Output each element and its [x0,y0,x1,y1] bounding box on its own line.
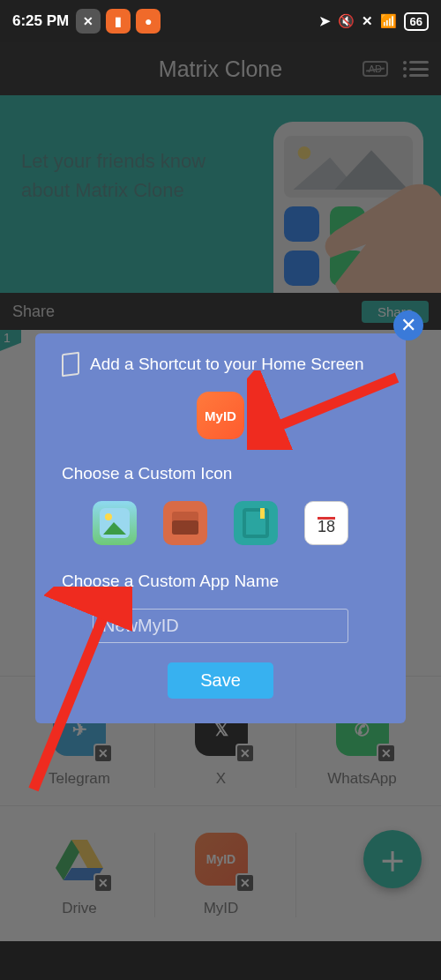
svg-point-7 [105,513,112,520]
current-app-icon[interactable]: MyID [197,392,244,439]
svg-rect-10 [172,520,198,535]
choose-icon-label: Choose a Custom Icon [62,464,379,483]
svg-line-14 [263,378,397,432]
annotation-arrow [26,587,132,798]
svg-rect-13 [260,508,265,519]
status-chip-icon: ● [136,9,161,34]
icon-option-book[interactable] [234,501,278,545]
battery-icon: 66 [404,12,429,31]
shortcut-icon [62,352,79,378]
status-chip-icon: ▮ [106,9,131,34]
status-time: 6:25 PM [12,12,69,30]
status-bar: 6:25 PM ✕ ▮ ● ➤ 🔇 ✕ 📶 66 [0,0,441,42]
close-icon: ✕ [362,13,373,29]
status-chip-icon: ✕ [76,9,101,34]
wifi-icon: 📶 [380,13,397,29]
location-icon: ➤ [319,13,331,29]
icon-option-wallet[interactable] [163,501,207,545]
icon-option-calendar[interactable]: ▬▬18 [304,501,348,545]
icon-option-gallery[interactable] [93,501,137,545]
mute-icon: 🔇 [338,13,355,29]
annotation-arrow [247,370,406,450]
save-button[interactable]: Save [168,662,273,699]
close-dialog-button[interactable]: ✕ [393,310,423,340]
svg-line-15 [34,600,110,789]
